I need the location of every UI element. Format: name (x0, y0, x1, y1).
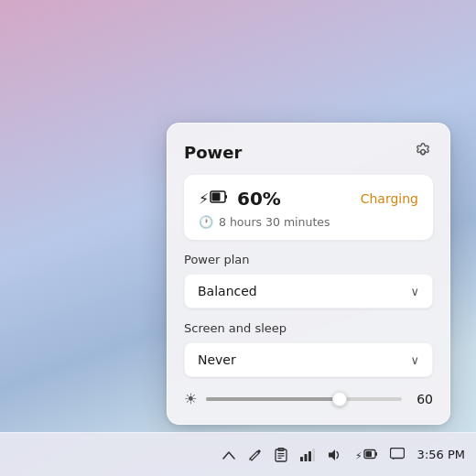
power-plan-chevron: ∨ (410, 285, 419, 298)
svg-text:⚡: ⚡ (199, 190, 209, 208)
settings-icon[interactable] (413, 142, 433, 162)
battery-icon: ⚡ (199, 189, 228, 209)
clock-icon: 🕐 (199, 215, 213, 229)
svg-rect-3 (225, 195, 227, 199)
screen-sleep-dropdown[interactable]: Never ∨ (184, 342, 433, 377)
battery-charging-icon[interactable]: ⚡ (355, 449, 377, 461)
brightness-icon: ☀ (184, 390, 197, 407)
brightness-slider[interactable] (206, 397, 402, 401)
battery-card: ⚡ 60% Charging 🕐 8 hours 30 minutes (184, 175, 433, 240)
taskbar-icons: ⚡ (222, 448, 405, 462)
taskbar: ⚡ 3:56 PM (0, 432, 476, 476)
battery-time-row: 🕐 8 hours 30 minutes (199, 215, 418, 229)
battery-time-label: 8 hours 30 minutes (219, 215, 330, 229)
svg-rect-13 (312, 449, 315, 461)
svg-rect-17 (365, 451, 372, 457)
power-plan-label: Power plan (184, 253, 433, 266)
panel-header: Power (184, 142, 433, 162)
screen-sleep-label: Screen and sleep (184, 321, 433, 335)
brightness-thumb[interactable] (332, 392, 347, 406)
taskbar-time: 3:56 PM (417, 448, 465, 461)
svg-rect-18 (390, 449, 404, 459)
chat-bubble-icon[interactable] (390, 448, 405, 461)
charging-badge: Charging (361, 191, 418, 206)
screen-sleep-chevron: ∨ (410, 353, 419, 367)
svg-rect-12 (308, 451, 311, 461)
brightness-row: ☀ 60 (184, 390, 433, 407)
panel-title: Power (184, 143, 242, 162)
svg-rect-11 (304, 454, 307, 461)
power-panel: Power ⚡ (167, 123, 450, 425)
brightness-fill (206, 397, 339, 401)
battery-percent: 60% (237, 188, 281, 210)
power-plan-value: Balanced (198, 284, 257, 298)
speaker-icon[interactable] (328, 449, 342, 461)
chevron-up-icon[interactable] (222, 450, 235, 460)
clipboard-icon[interactable] (275, 448, 287, 462)
brightness-value: 60 (411, 392, 433, 406)
power-plan-dropdown[interactable]: Balanced ∨ (184, 274, 433, 308)
pen-icon[interactable] (248, 448, 262, 461)
svg-text:⚡: ⚡ (355, 450, 362, 461)
battery-main-row: ⚡ 60% Charging (199, 188, 418, 210)
svg-rect-10 (300, 457, 303, 461)
svg-rect-16 (375, 452, 377, 456)
screen-sleep-value: Never (198, 352, 236, 367)
signal-bars-icon[interactable] (300, 449, 315, 461)
svg-rect-4 (212, 193, 221, 201)
battery-info: ⚡ 60% (199, 188, 281, 210)
